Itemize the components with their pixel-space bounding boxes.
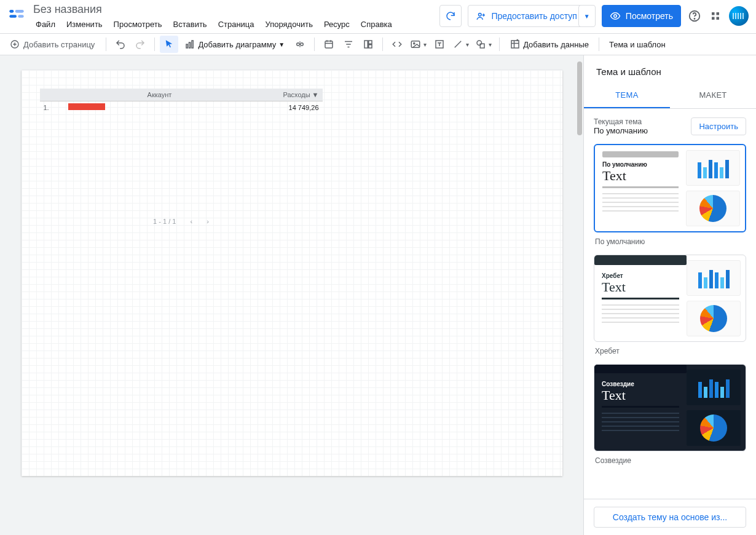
svg-rect-10 [712,17,715,20]
svg-point-5 [614,15,617,18]
row-value: 14 749,26 [251,104,319,111]
svg-point-25 [477,41,482,46]
svg-point-16 [297,43,300,46]
redo-button[interactable] [131,36,149,53]
svg-rect-14 [189,42,191,48]
theme-preview-title: Созвездие [602,381,679,387]
svg-rect-15 [192,41,193,48]
svg-rect-18 [325,41,333,48]
row-index: 1. [44,104,68,111]
svg-rect-3 [18,15,23,18]
share-button[interactable]: Предоставить доступ [468,5,585,27]
report-page[interactable]: Аккаунт Расходы▼ 1. 14 749,26 1 - 1 / 1 … [22,70,562,476]
date-range-button[interactable] [320,36,338,53]
theme-preview-text: Text [602,168,679,184]
share-label: Предоставить доступ [492,11,577,21]
panel-title: Тема и шаблон [584,55,756,83]
pager-prev[interactable]: ‹ [190,218,192,225]
menu-page[interactable]: Страница [213,17,259,31]
theme-preview-title: Хребет [602,272,679,279]
add-data-label: Добавить данные [523,40,589,49]
theme-card-default[interactable]: По умолчанию Text [594,144,746,232]
filter-control-button[interactable] [339,36,358,53]
theme-card-edge[interactable]: Хребет Text [594,255,746,342]
menu-resource[interactable]: Ресурс [319,17,355,31]
svg-point-7 [694,18,695,19]
canvas-scrollbar[interactable] [576,55,583,535]
svg-point-23 [414,42,415,44]
create-theme-button[interactable]: Создать тему на основе из... [594,507,746,528]
svg-rect-1 [9,15,17,18]
menubar: Файл Изменить Просмотреть Вставить Стран… [31,16,439,31]
add-page-label: Добавить страницу [23,40,95,49]
view-label: Посмотреть [626,11,673,21]
svg-rect-21 [369,45,372,48]
apps-icon[interactable] [708,9,723,23]
theme-preview-title: По умолчанию [602,161,679,168]
svg-rect-20 [369,41,372,44]
add-chart-label: Добавить диаграмму [198,40,276,49]
shape-button[interactable]: ▾ [473,36,494,53]
table-pager: 1 - 1 / 1 ‹ › [40,218,323,225]
pager-text: 1 - 1 / 1 [153,218,176,225]
table-row[interactable]: 1. 14 749,26 [40,101,323,113]
pager-next[interactable]: › [207,218,209,225]
menu-arrange[interactable]: Упорядочить [261,17,318,31]
tab-layout[interactable]: МАКЕТ [670,83,756,108]
menu-help[interactable]: Справка [356,17,397,31]
sort-desc-icon: ▼ [312,91,319,98]
col-account[interactable]: Аккаунт [65,89,255,101]
line-button[interactable]: ▾ [450,36,471,53]
svg-point-17 [301,43,304,46]
url-embed-button[interactable] [388,36,406,53]
tab-theme[interactable]: ТЕМА [584,83,670,108]
svg-rect-0 [9,10,14,13]
doc-title[interactable]: Без названия [31,2,439,16]
svg-rect-9 [717,12,720,15]
account-avatar[interactable] [729,6,749,26]
svg-rect-2 [15,10,24,13]
menu-insert[interactable]: Вставить [168,17,212,31]
menu-view[interactable]: Просмотреть [109,17,167,31]
theme-card-constellation[interactable]: Созвездие Text [594,364,746,451]
share-dropdown[interactable]: ▼ [578,5,596,27]
add-page-button[interactable]: Добавить страницу [4,39,101,49]
current-theme-label: Текущая тема [594,117,648,126]
canvas-area[interactable]: Аккаунт Расходы▼ 1. 14 749,26 1 - 1 / 1 … [0,55,584,535]
svg-rect-8 [712,12,715,15]
col-spend[interactable]: Расходы▼ [255,89,323,101]
svg-rect-11 [717,17,720,20]
text-button[interactable] [430,36,449,53]
menu-file[interactable]: Файл [31,17,60,31]
current-theme-value: По умолчанию [594,126,648,135]
theme-label-constellation: Созвездие [595,456,745,465]
svg-rect-13 [186,44,187,48]
data-table[interactable]: Аккаунт Расходы▼ 1. 14 749,26 1 - 1 / 1 … [40,89,323,225]
select-tool[interactable] [160,36,178,53]
theme-label-edge: Хребет [595,347,745,355]
svg-rect-19 [364,41,368,48]
svg-rect-22 [411,41,420,48]
add-chart-button[interactable]: Добавить диаграмму▼ [179,36,289,53]
theme-preview-text: Text [602,279,679,295]
redacted-account [68,103,105,110]
customize-button[interactable]: Настроить [691,117,746,135]
app-logo[interactable] [7,5,26,23]
menu-edit[interactable]: Изменить [61,17,108,31]
data-control-button[interactable] [359,36,377,53]
svg-point-4 [478,14,481,17]
undo-button[interactable] [111,36,130,53]
view-button[interactable]: Посмотреть [602,5,681,27]
theme-label-default: По умолчанию [595,237,745,246]
side-panel: Тема и шаблон ТЕМА МАКЕТ Текущая тема По… [584,55,756,535]
refresh-button[interactable] [439,5,462,27]
svg-rect-27 [511,41,519,48]
theme-layout-button[interactable]: Тема и шаблон [604,36,671,53]
add-data-button[interactable]: Добавить данные [505,36,594,53]
image-button[interactable]: ▾ [408,36,429,53]
help-icon[interactable] [687,9,702,23]
community-viz-button[interactable] [291,36,309,53]
theme-preview-text: Text [602,387,679,403]
